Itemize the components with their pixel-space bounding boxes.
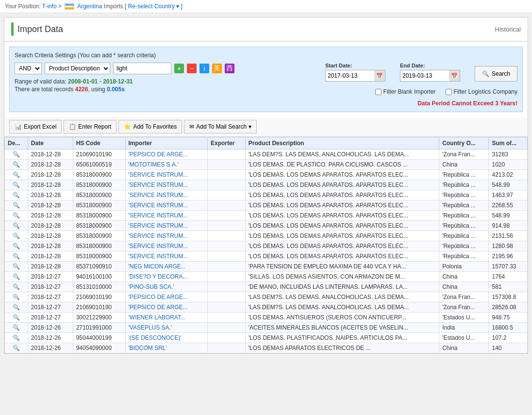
end-date-input[interactable] [400, 70, 449, 81]
add-criteria-button[interactable]: + [174, 64, 184, 73]
cell-detail[interactable]: 🔍 [5, 333, 28, 343]
cell-sum: 140 [489, 343, 528, 353]
cell-exporter [207, 160, 245, 170]
table-row: 🔍 2018-12-28 85318000900 'SERVICE INSTRU… [5, 180, 528, 190]
filter-blank-checkbox[interactable] [375, 89, 382, 95]
cell-date: 2018-12-28 [28, 170, 73, 180]
total-time: 0.005s [107, 86, 125, 93]
cell-exporter [207, 190, 245, 200]
cell-detail[interactable]: 🔍 [5, 211, 28, 221]
cell-hs-code: 85318000900 [73, 200, 125, 211]
cell-country: 'República ... [439, 170, 489, 180]
enter-report-button[interactable]: 📋 Enter Report [64, 120, 116, 133]
cell-date: 2018-12-27 [28, 282, 73, 292]
col-importer[interactable]: Importer [125, 137, 207, 149]
country-link[interactable]: Argentina [77, 3, 102, 10]
add-to-favorites-button[interactable]: ⭐ Add To Favorites [118, 120, 182, 133]
cell-date: 2018-12-28 [28, 231, 73, 241]
table-row: 🔍 2018-12-28 85318000900 'SERVICE INSTRU… [5, 231, 528, 241]
start-date-wrap: 📅 [325, 70, 385, 82]
cell-detail[interactable]: 🔍 [5, 313, 28, 323]
cell-detail[interactable]: 🔍 [5, 262, 28, 272]
start-date-input[interactable] [326, 70, 374, 81]
tinfo-link[interactable]: T-info [42, 3, 57, 10]
col-exporter[interactable]: Exporter [207, 137, 245, 149]
enter-report-label: Enter Report [78, 123, 111, 130]
cell-detail[interactable]: 🔍 [5, 200, 28, 211]
search-value-input[interactable] [113, 63, 171, 74]
start-date-calendar-button[interactable]: 📅 [374, 70, 385, 81]
main-container: Import Data Historical Search Criteria S… [4, 17, 528, 354]
start-date-group: Start Date: 📅 [325, 63, 385, 82]
col-hs-code[interactable]: HS Code [73, 137, 125, 149]
cell-detail[interactable]: 🔍 [5, 221, 28, 231]
table-row: 🔍 2018-12-28 85371090910 'NEG MICON ARGE… [5, 262, 528, 272]
cell-country: 'Zona Fran... [439, 292, 489, 302]
col-detail[interactable]: De... [5, 137, 28, 149]
end-date-calendar-button[interactable]: 📅 [449, 70, 460, 81]
field-select[interactable]: Product Description HS Code Importer Exp… [45, 63, 110, 74]
add-to-favorites-label: Add To Favorites [133, 123, 177, 130]
col-sum[interactable]: Sum of... [489, 137, 528, 149]
filter-blank-text: Filter Blank Importer [383, 88, 436, 95]
historical-link[interactable]: Historical [495, 26, 521, 33]
cell-detail[interactable]: 🔍 [5, 170, 28, 180]
date-section: Start Date: 📅 End Date: 📅 [325, 63, 517, 82]
cell-importer: 'SERVICE INSTRUM... [125, 190, 207, 200]
cell-sum: 548.99 [489, 211, 528, 221]
cell-date: 2018-12-28 [28, 251, 73, 262]
argentina-flag-icon [65, 3, 74, 10]
search-button[interactable]: 🔍 Search [475, 66, 517, 82]
table-row: 🔍 2018-12-28 85318000900 'SERVICE INSTRU… [5, 200, 528, 211]
cell-detail[interactable]: 🔍 [5, 323, 28, 333]
cell-sum: 31283 [489, 149, 528, 160]
cell-product: 'LOS DEMAS. LOS DEMAS APARATOS. APARATOS… [245, 221, 439, 231]
cell-detail[interactable]: 🔍 [5, 241, 28, 251]
cell-detail[interactable]: 🔍 [5, 251, 28, 262]
col-date[interactable]: Date [28, 137, 73, 149]
filter-logistics-checkbox[interactable] [446, 89, 452, 95]
col-product-description[interactable]: Product Description [245, 137, 439, 149]
cell-exporter [207, 302, 245, 313]
cell-detail[interactable]: 🔍 [5, 231, 28, 241]
logic-operator-select[interactable]: AND OR [15, 63, 42, 74]
page-header: Import Data Historical [4, 17, 528, 42]
cell-country: China [439, 343, 489, 353]
range-info: Range of valid data: 2008-01-01 - 2018-1… [15, 78, 234, 85]
info-button[interactable]: i [200, 64, 209, 73]
cell-importer: 'NEG MICON ARGE... [125, 262, 207, 272]
cell-importer: 'SERVICE INSTRUM... [125, 241, 207, 251]
reselect-link[interactable]: [ Re-select Country ▾ ] [125, 3, 183, 10]
remove-criteria-button[interactable]: − [187, 64, 197, 73]
add-to-mail-search-button[interactable]: ✉ Add To Mail Search ▾ [184, 120, 257, 133]
cell-country: 'República ... [439, 221, 489, 231]
translate-button[interactable]: 英 [212, 64, 222, 73]
search-right: Start Date: 📅 End Date: 📅 [325, 63, 517, 107]
filter-logistics-text: Filter Logistics Company [454, 88, 517, 95]
cell-hs-code: 95044000199 [73, 333, 125, 343]
cell-country: China [439, 272, 489, 282]
cell-detail[interactable]: 🔍 [5, 343, 28, 353]
cell-detail[interactable]: 🔍 [5, 160, 28, 170]
cell-exporter [207, 180, 245, 190]
cell-date: 2018-12-28 [28, 160, 73, 170]
cell-date: 2018-12-28 [28, 180, 73, 190]
filter-logistics-label[interactable]: Filter Logistics Company [446, 88, 517, 95]
export-excel-button[interactable]: 📊 Export Excel [9, 120, 62, 133]
search-criteria-title: Search Criteria Settings (You can add * … [15, 52, 517, 59]
cell-detail[interactable]: 🔍 [5, 190, 28, 200]
cell-detail[interactable]: 🔍 [5, 292, 28, 302]
cell-exporter [207, 292, 245, 302]
char-button[interactable]: 西 [225, 64, 234, 73]
col-country[interactable]: Country O... [439, 137, 489, 149]
cell-detail[interactable]: 🔍 [5, 282, 28, 292]
cell-product: 'SILLAS. LOS DEMAS ASIENTOS, CON ARMAZON… [245, 272, 439, 282]
cell-sum: 2131.56 [489, 231, 528, 241]
cell-detail[interactable]: 🔍 [5, 180, 28, 190]
cell-date: 2018-12-28 [28, 241, 73, 251]
cell-detail[interactable]: 🔍 [5, 302, 28, 313]
cell-detail[interactable]: 🔍 [5, 149, 28, 160]
cell-detail[interactable]: 🔍 [5, 272, 28, 282]
cell-product: 'LAS DEM?S. LAS DEMAS. ANALCOHOLICAS. LA… [245, 302, 439, 313]
filter-blank-label[interactable]: Filter Blank Importer [375, 88, 436, 95]
